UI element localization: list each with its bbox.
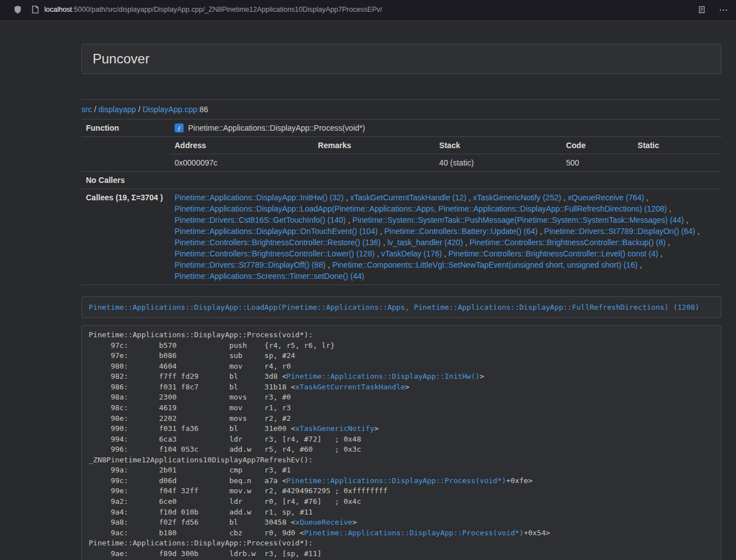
callee-separator: , [467, 193, 473, 202]
callee-separator: , [644, 193, 648, 202]
breadcrumb-separator: / [92, 105, 99, 114]
callee-link[interactable]: Pinetime::Drivers::St7789::DisplayOff() … [175, 260, 326, 269]
callee-separator: , [684, 215, 688, 224]
cell-static [633, 154, 721, 172]
cell-remarks [313, 154, 435, 172]
selected-callee-box: Pinetime::Applications::DisplayApp::Load… [81, 296, 721, 318]
symbol-link[interactable]: xQueueReceive [295, 518, 353, 526]
callee-separator: , [374, 249, 381, 258]
cell-address: 0x0000097c [170, 154, 313, 172]
col-stack: Stack [435, 137, 561, 154]
symbol-table: Function ƒ Pinetime::Applications::Displ… [81, 119, 721, 285]
callees-list: Pinetime::Applications::DisplayApp::Init… [175, 192, 717, 282]
symbol-link[interactable]: xTaskGetCurrentTaskHandle [295, 383, 405, 391]
address-row: Address Remarks Stack Code Static 0x0000… [81, 137, 721, 172]
cell-stack: 40 (static) [435, 154, 561, 172]
callee-separator: , [667, 204, 671, 213]
callee-link[interactable]: Pinetime::Components::LittleVgl::SetNewT… [332, 260, 638, 269]
callee-separator: , [561, 193, 568, 202]
callee-separator: , [696, 227, 700, 236]
breadcrumb-link[interactable]: displayapp [98, 105, 136, 114]
callee-separator: , [344, 193, 350, 202]
url-host: localhost [44, 6, 72, 13]
breadcrumb-link[interactable]: DisplayApp.cpp: [143, 105, 199, 114]
callee-link[interactable]: Pinetime::Drivers::Cst816S::GetTouchInfo… [175, 215, 346, 224]
callee-link[interactable]: Pinetime::System::SystemTask::PushMessag… [353, 215, 684, 224]
symbol-link[interactable]: Pinetime::Applications::DisplayApp::Proc… [286, 476, 506, 485]
callee-link[interactable]: xTaskGetCurrentTaskHandle (12) [350, 193, 467, 202]
address-table: Address Remarks Stack Code Static 0x0000… [170, 137, 721, 171]
selected-callee-text: Pinetime::Applications::DisplayApp::Load… [89, 303, 700, 311]
callees-label: Callees (19, Σ=3704 ) [81, 189, 170, 285]
breadcrumb-link[interactable]: src [81, 105, 92, 114]
col-remarks: Remarks [313, 137, 435, 154]
app-header-panel: Puncover [81, 44, 721, 74]
callee-link[interactable]: Pinetime::Controllers::Battery::Update()… [385, 227, 538, 236]
address-table-header: Address Remarks Stack Code Static [170, 137, 721, 154]
callee-separator: , [381, 238, 387, 247]
no-callers-row: No Callers [81, 172, 721, 189]
page-info-icon[interactable] [32, 6, 39, 13]
cell-code: 500 [561, 154, 633, 172]
callee-link[interactable]: Pinetime::Controllers::BrightnessControl… [469, 238, 665, 247]
col-code: Code [561, 137, 633, 154]
address-table-row: 0x0000097c 40 (static) 500 [170, 154, 721, 172]
callee-separator: , [463, 238, 470, 247]
callee-link[interactable]: Pinetime::Drivers::St7789::DisplayOn() (… [544, 227, 695, 236]
function-label: Function [81, 120, 170, 137]
symbol-link[interactable]: xTaskGenericNotify [295, 424, 374, 433]
function-name: Pinetime::Applications::DisplayApp::Proc… [188, 122, 365, 134]
callee-link[interactable]: Pinetime::Controllers::BrightnessControl… [175, 238, 381, 247]
breadcrumb-separator: / [136, 105, 143, 114]
page-container: Puncover src / displayapp / DisplayApp.c… [81, 44, 721, 560]
callee-link[interactable]: Pinetime::Applications::DisplayApp::OnTo… [175, 227, 378, 236]
callee-link[interactable]: Pinetime::Applications::Screens::Timer::… [175, 272, 364, 281]
callee-separator: , [658, 249, 662, 258]
function-row: Function ƒ Pinetime::Applications::Displ… [81, 120, 721, 137]
function-icon: ƒ [175, 123, 184, 132]
browser-chrome: localhost:5000/path/src/displayapp/Displ… [0, 0, 736, 20]
disassembly-block: Pinetime::Applications::DisplayApp::Proc… [81, 325, 721, 560]
callee-separator: , [638, 260, 642, 269]
no-callers-label: No Callers [81, 172, 170, 189]
callee-link[interactable]: xTaskGenericNotify (252) [473, 193, 561, 202]
callee-link[interactable]: Pinetime::Applications::DisplayApp::Init… [175, 193, 344, 202]
callee-link[interactable]: vTaskDelay (176) [381, 249, 442, 258]
callee-separator: , [378, 227, 385, 236]
callee-link[interactable]: lv_task_handler (420) [387, 238, 463, 247]
callee-separator: , [666, 238, 670, 247]
divider [81, 99, 721, 100]
symbol-link[interactable]: Pinetime::Applications::DisplayApp::Init… [286, 372, 479, 380]
breadcrumb-line-number: 86 [199, 105, 208, 114]
col-address: Address [170, 137, 313, 154]
callee-separator: , [326, 260, 332, 269]
breadcrumb: src / displayapp / DisplayApp.cpp:86 [81, 104, 721, 115]
col-static: Static [633, 137, 721, 154]
callees-row: Callees (19, Σ=3704 ) Pinetime::Applicat… [81, 189, 721, 285]
url-text[interactable]: localhost:5000/path/src/displayapp/Displ… [44, 6, 698, 13]
callee-link[interactable]: xQueueReceive (764) [568, 193, 644, 202]
callee-separator: , [442, 249, 449, 258]
callee-link[interactable]: Pinetime::Controllers::BrightnessControl… [449, 249, 658, 258]
app-title: Puncover [93, 51, 710, 67]
callee-link[interactable]: Pinetime::Applications::DisplayApp::Load… [175, 204, 667, 213]
url-path: :5000/path/src/displayapp/DisplayApp.cpp… [72, 6, 382, 13]
callee-link[interactable]: Pinetime::Controllers::BrightnessControl… [175, 249, 374, 258]
callee-separator: , [346, 215, 353, 224]
callee-separator: , [538, 227, 545, 236]
symbol-link[interactable]: Pinetime::Applications::DisplayApp::Proc… [304, 529, 524, 537]
tracking-protection-shield-icon[interactable] [13, 5, 22, 14]
overflow-menu-icon[interactable]: ⋯ [718, 4, 729, 15]
reader-view-icon[interactable] [698, 6, 706, 13]
